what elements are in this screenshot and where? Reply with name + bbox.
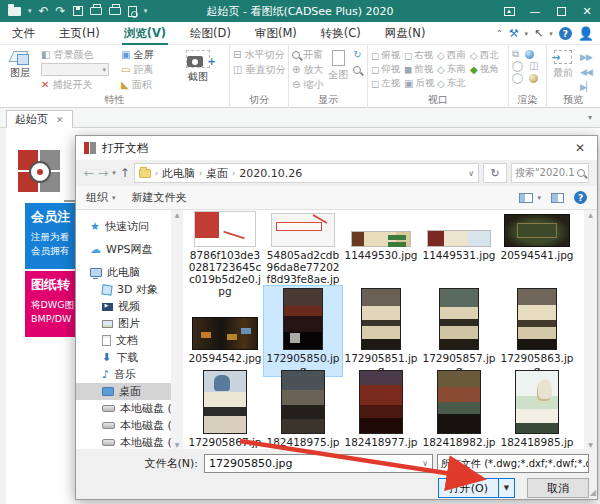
nav-disk-e[interactable]: 本地磁盘 (E:) [76,417,183,434]
view-se-button[interactable]: ◇东南 [437,63,470,76]
render-hide-icon[interactable]: ◯ [512,61,523,71]
file-item[interactable]: 54805ad2cdb96da8e77202f8d93fe8ae.jpg [264,210,342,297]
tab-browse[interactable]: 浏览(V) [112,22,178,45]
view-right-button[interactable]: ◻右视 [404,49,437,62]
file-item-selected[interactable]: 172905850.jpg [264,286,342,376]
scroll-up-icon[interactable]: ▲ [175,211,180,218]
view-left-button[interactable]: ◻左视 [371,77,404,90]
nav-music[interactable]: ♪音乐 [76,366,183,383]
file-item[interactable]: 182418985.jpg [498,368,576,449]
preview-pane-icon[interactable] [551,193,564,203]
nav-downloads[interactable]: ⬇下载 [76,349,183,366]
back-icon[interactable]: ← [84,166,94,180]
hsplit-button[interactable]: ⊟水平切分 [233,48,285,61]
breadcrumb-this-pc[interactable]: 此电脑 [162,166,195,181]
file-item[interactable]: 172905851.jpg [342,286,420,376]
convert-promo-card[interactable]: 图纸转 将DWG图 BMP/DW [25,271,81,337]
render-sphere-gold-icon[interactable] [529,74,538,83]
file-item[interactable]: 182418977.jpg [342,368,420,449]
file-item[interactable]: 20594542.jpg [186,286,264,376]
nav-disk-c[interactable]: 本地磁盘 (C:) [76,400,183,417]
view-bottom-button[interactable]: ◻仰视 [371,63,404,76]
breadcrumb-dropdown-icon[interactable]: ∨ [468,169,474,178]
tab-netdisk[interactable]: 网盘(N) [373,22,438,45]
tab-close-icon[interactable]: ✕ [56,115,64,125]
open-button[interactable]: 打开(O) ▼ [438,478,515,498]
collapse-ribbon-icon[interactable]: ⌃ [496,29,503,38]
tab-list-dropdown-icon[interactable]: ▾ [588,113,592,122]
settings-wrench-icon[interactable]: ⚒ [509,27,519,40]
last-page-button[interactable]: ▶▏ [580,80,594,93]
layer-select-dropdown[interactable]: ▾ [41,63,109,76]
file-item[interactable]: 172905863.jpg [498,286,576,376]
nav-documents[interactable]: 文档 [76,332,183,349]
view-nw-button[interactable]: ◇西北 [470,49,503,62]
tab-review[interactable]: 审图(M) [243,22,309,45]
new-folder-button[interactable]: 新建文件夹 [132,190,187,205]
cursor-dropdown-icon[interactable]: ▾ [549,30,553,38]
zoom-window-button[interactable]: 开窗 [292,48,323,61]
file-item[interactable]: 11449530.jpg [342,210,420,297]
prev-page-button[interactable]: ◀◀ [580,65,594,78]
view-sw-button[interactable]: ◇西南 [437,49,470,62]
scroll-up-icon[interactable]: ▲ [588,211,593,218]
user-account-icon[interactable]: 👤 [578,26,594,41]
filetype-select[interactable]: 所有文件 (*.dwg;*.dxf;*.dwf;*.d ∨ [437,454,589,473]
zoom-in-button[interactable]: ⊕放大 [292,63,323,76]
layers-button[interactable]: 图层 [3,48,37,93]
minimize-button[interactable]: — [522,0,548,22]
nav-desktop[interactable]: 桌面 [76,383,183,400]
view-ne-button[interactable]: ◇东北 [437,77,470,90]
history-dropdown-icon[interactable]: ▾ [112,169,116,177]
vsplit-button[interactable]: ◫垂直切分 [233,63,285,76]
wrench-dropdown-icon[interactable]: ▾ [525,30,529,38]
undo-icon[interactable]: ↶ [39,5,49,17]
dialog-close-icon[interactable]: ✕ [571,141,589,155]
file-item[interactable]: 172905867.jpg [186,368,264,449]
distance-button[interactable]: ▭距离 [121,63,177,76]
filename-input[interactable]: 172905850.jpg ∨ [204,454,433,473]
render-sphere-blue-icon[interactable] [525,50,534,59]
breadcrumb-folder[interactable]: 2020.10.26 [239,167,302,180]
nav-pictures[interactable]: 图片 [76,315,183,332]
nav-quick-access[interactable]: ★快速访问 [76,218,183,235]
preview-doc-icon[interactable] [128,6,137,17]
resize-grip[interactable]: ◢ [590,488,595,497]
file-item[interactable]: 182418982.jpg [420,368,498,449]
render-shade-icon[interactable]: ◯ [512,73,523,83]
view-mode-button[interactable]: ▾ [519,193,541,203]
nav-videos[interactable]: 视频 [76,298,183,315]
print-icon[interactable] [90,7,102,15]
nav-wps-cloud[interactable]: ☁WPS网盘 [76,241,183,258]
filename-dropdown-icon[interactable]: ∨ [422,459,428,468]
refresh-view-button[interactable]: ↻ [353,48,364,61]
view-front-button[interactable]: ◼前视 [404,63,437,76]
save-icon[interactable] [73,6,83,16]
file-item[interactable]: 11449531.jpg [420,210,498,297]
tab-file[interactable]: 文件 [0,22,47,45]
customize-toolbar-icon[interactable]: ▾ [144,7,148,15]
breadcrumb-desktop[interactable]: 桌面 [206,166,228,181]
help-icon[interactable]: ? [559,27,572,40]
fullscreen-button[interactable]: ▣全屏 [121,48,177,61]
tab-convert[interactable]: 转换(C) [309,22,373,45]
open-folder-icon[interactable] [8,7,21,16]
mag-plus-button[interactable] [353,63,364,76]
area-button[interactable]: ◣面积 [121,78,177,91]
next-page-button[interactable]: ▶▶ [580,50,594,63]
render-wire-icon[interactable]: ⧉ [512,49,519,59]
file-item[interactable]: 172905857.jpg [420,286,498,376]
up-icon[interactable]: ↑ [120,166,130,180]
bring-front-button[interactable]: 最前 [550,48,576,93]
close-button[interactable]: ✕ [574,0,600,22]
file-item[interactable]: 8786f103de30281723645cc019b5d2e0.jpg [186,210,264,297]
render-cube-icon[interactable]: ◫ [529,61,538,71]
nav-disk-f[interactable]: 本地磁盘 (F:) [76,434,183,449]
open-dropdown-icon[interactable]: ▾ [28,7,32,15]
refresh-button[interactable]: ↻ [483,163,507,183]
fit-view-button[interactable]: 全图 [327,48,349,93]
cancel-button[interactable]: 取消 [527,478,589,498]
file-item[interactable]: 182418975.jpg [264,368,342,449]
member-promo-card[interactable]: 会员注 注册为看 会员拥有 [25,203,81,269]
search-box[interactable]: 搜索"2020.10.26" [511,163,589,183]
